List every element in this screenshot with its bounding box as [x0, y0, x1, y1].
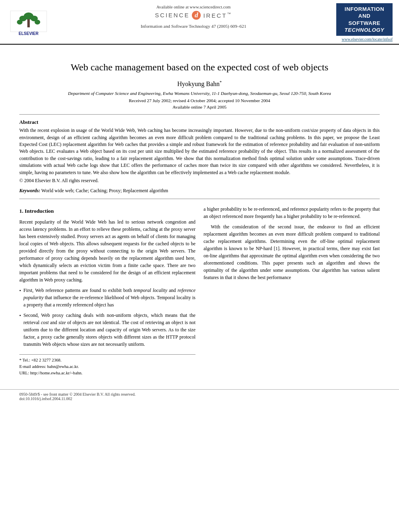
keywords-values: World wide web; Cache; Caching; Proxy; R… [41, 188, 168, 193]
bullet-item-1: • First, Web reference patterns are foun… [19, 287, 195, 308]
journal-banner-line2: AND [339, 12, 389, 19]
header-center: Available online at www.sciencedirect.co… [55, 3, 332, 41]
url-value: http://home.ewha.ac.kr/~bahn. [30, 371, 82, 375]
footnote-url: URL: http://home.ewha.ac.kr/~bahn. [19, 370, 195, 376]
sciencedirect-d-logo: d [192, 11, 201, 20]
size-italic: size [58, 320, 66, 325]
journal-url[interactable]: www.elsevier.com/locate/infsof [341, 37, 393, 41]
keywords-label: Keywords: [19, 188, 40, 193]
journal-banner-line3: SOFTWARE [339, 20, 389, 27]
footnote-email: E-mail address: bahn@ewha.ac.kr. [19, 364, 195, 370]
temporal-locality-italic: temporal locality [134, 288, 167, 293]
available-online-text: Available online at www.sciencedirect.co… [156, 5, 231, 9]
header-right: INFORMATION AND SOFTWARE TECHNOLOGY www.… [336, 3, 393, 41]
sciencedirect-wordmark: SCIENCE [155, 12, 189, 18]
email-label: E-mail address: [19, 364, 46, 369]
copyright-text: © 2004 Elsevier B.V. All rights reserved… [19, 178, 380, 184]
journal-citation: Information and Software Technology 47 (… [141, 24, 247, 29]
svg-point-5 [35, 20, 40, 25]
svg-text:ELSEVIER: ELSEVIER [19, 31, 39, 36]
elsevier-logo-area: ELSEVIER [6, 3, 51, 41]
right-para2: With the consideration of the second iss… [204, 223, 380, 281]
cost-italic: cost [41, 320, 49, 325]
page: ELSEVIER Available online at www.science… [0, 0, 399, 532]
abstract-section: Abstract With the recent explosion in us… [19, 119, 380, 184]
bullet-item-2: • Second, Web proxy caching deals with n… [19, 312, 195, 348]
email-value: bahn@ewha.ac.kr. [47, 364, 79, 369]
reference-popularity-italic: reference popularity [23, 288, 195, 300]
journal-banner-line4: TECHNOLOGY [339, 27, 389, 33]
abstract-text: With the recent explosion in usage of th… [19, 127, 380, 176]
available-online-article: Available online 7 April 2005 [19, 105, 380, 109]
author-name: Hyokyung Bahn* [19, 80, 380, 88]
journal-banner-line1: INFORMATION [339, 6, 389, 12]
keywords-line: Keywords: World wide web; Cache; Caching… [19, 188, 380, 194]
header: ELSEVIER Available online at www.science… [0, 0, 399, 45]
section1-para1: Recent popularity of the World Wide Web … [19, 218, 195, 283]
bullet-dot-2: • [19, 312, 21, 348]
tel-label: * Tel.: [19, 358, 30, 362]
issn-line: 0950-5849/$ - see front matter © 2004 El… [19, 392, 380, 396]
two-column-body: 1. Introduction Recent popularity of the… [19, 205, 380, 376]
article-title: Web cache management based on the expect… [19, 61, 380, 74]
right-column: a higher probability to be re-referenced… [204, 205, 380, 376]
footnote-area: * Tel.: +82 2 3277 2368. E-mail address:… [19, 354, 195, 376]
section1-heading: 1. Introduction [19, 207, 195, 215]
received-dates: Received 27 July 2002; revised 4 October… [19, 98, 380, 103]
svg-rect-6 [27, 19, 30, 27]
elsevier-logo: ELSEVIER [8, 9, 49, 36]
bullet-dot-1: • [19, 287, 21, 308]
svg-point-4 [17, 20, 23, 25]
divider-bottom [19, 199, 380, 199]
left-column: 1. Introduction Recent popularity of the… [19, 205, 195, 376]
url-label: URL: [19, 371, 29, 375]
abstract-heading: Abstract [19, 119, 380, 125]
bullet-list: • First, Web reference patterns are foun… [19, 287, 195, 348]
tel-value: +82 2 3277 2368. [31, 358, 62, 362]
affiliation: Department of Computer Science and Engin… [19, 91, 380, 96]
bullet-2-text: Second, Web proxy caching deals with non… [23, 312, 195, 348]
journal-banner: INFORMATION AND SOFTWARE TECHNOLOGY [336, 3, 393, 36]
sciencedirect-wordmark2: IRECT™ [203, 12, 232, 19]
main-content: Web cache management based on the expect… [0, 45, 399, 384]
doi-line: doi:10.1016/j.infsof.2004.11.002 [19, 396, 380, 401]
divider-top [19, 114, 380, 115]
bottom-bar: 0950-5849/$ - see front matter © 2004 El… [0, 389, 399, 403]
footnote-tel: * Tel.: +82 2 3277 2368. [19, 357, 195, 364]
bullet-1-text: First, Web reference patterns are found … [23, 287, 195, 308]
right-para1: a higher probability to be re-referenced… [204, 205, 380, 220]
